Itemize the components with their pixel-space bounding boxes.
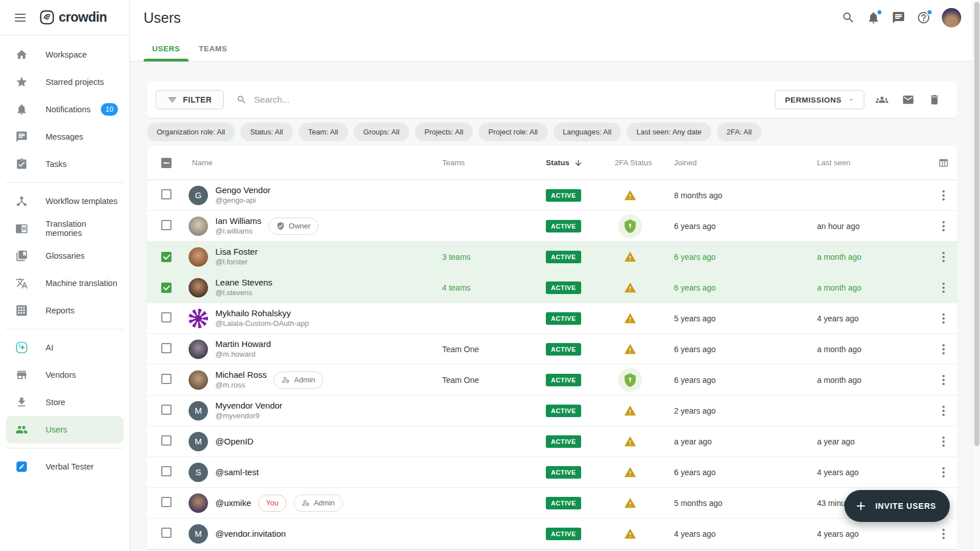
- status-badge: ACTIVE: [546, 374, 581, 386]
- page-scrollbar[interactable]: [973, 0, 980, 551]
- row-checkbox[interactable]: [161, 312, 172, 323]
- table-row[interactable]: Leane Stevens@l.stevens4 teamsACTIVE6 ye…: [147, 272, 957, 303]
- scrollbar-thumb[interactable]: [974, 2, 979, 446]
- delete-users-button[interactable]: [928, 93, 941, 106]
- sidebar-item-vendors[interactable]: Vendors: [6, 361, 124, 389]
- row-checkbox[interactable]: [161, 497, 172, 507]
- table-row[interactable]: Martin Howard@m.howardTeam OneACTIVE6 ye…: [147, 334, 957, 365]
- sidebar-item-machine-translation[interactable]: Machine translation: [6, 270, 124, 297]
- sidebar-item-notifications[interactable]: Notifications10: [6, 96, 124, 123]
- sidebar-item-users[interactable]: Users: [6, 416, 124, 443]
- column-header-joined[interactable]: Joined: [669, 158, 812, 167]
- row-checkbox[interactable]: [161, 343, 172, 353]
- sidebar-item-store[interactable]: Store: [6, 389, 124, 416]
- filter-chip-groups-all[interactable]: Groups: All: [354, 123, 410, 141]
- crowdin-logo[interactable]: crowdin: [39, 10, 107, 25]
- filter-chip-project-role-all[interactable]: Project role: All: [479, 123, 548, 141]
- filter-chip-2fa-all[interactable]: 2FA: All: [717, 123, 761, 141]
- permissions-dropdown[interactable]: PERMISSIONS: [775, 90, 864, 109]
- teams-cell[interactable]: 3 teams: [438, 252, 541, 262]
- filter-chip-team-all[interactable]: Team: All: [299, 123, 348, 141]
- avatar: [189, 370, 208, 390]
- column-settings-button[interactable]: [938, 158, 949, 168]
- row-checkbox[interactable]: [161, 220, 172, 230]
- menu-toggle-button[interactable]: [15, 14, 26, 22]
- column-header-status[interactable]: Status: [541, 158, 610, 168]
- table-row[interactable]: Lisa Foster@l.forster3 teamsACTIVE6 year…: [147, 242, 957, 272]
- chevron-down-icon: [848, 97, 854, 103]
- row-menu-button[interactable]: [939, 341, 948, 358]
- row-menu-button[interactable]: [939, 464, 948, 481]
- filter-chip-projects-all[interactable]: Projects: All: [415, 123, 473, 141]
- teams-cell[interactable]: Team One: [438, 345, 541, 354]
- row-menu-button[interactable]: [939, 402, 948, 419]
- table-row[interactable]: @uxmikeYouAdminACTIVE5 months ago43 minu…: [147, 488, 957, 519]
- tab-users[interactable]: USERS: [144, 44, 189, 61]
- user-name: Martin Howard: [215, 339, 271, 349]
- sidebar-item-reports[interactable]: Reports: [6, 297, 124, 324]
- row-menu-button[interactable]: [939, 248, 948, 266]
- row-menu-button[interactable]: [939, 218, 948, 235]
- help-icon[interactable]: [917, 11, 930, 25]
- sidebar-item-workspace[interactable]: Workspace: [6, 41, 124, 68]
- filter-chip-languages-all[interactable]: Languages: All: [553, 123, 621, 141]
- row-checkbox[interactable]: [161, 252, 172, 262]
- table-row[interactable]: Michael Ross@m.rossAdminTeam OneACTIVE6 …: [147, 365, 957, 395]
- table-row[interactable]: Ian Williams@i.williamsOwnerACTIVE6 year…: [147, 211, 957, 242]
- table-row[interactable]: M@vendor.invitationACTIVE4 years ago4 ye…: [147, 519, 957, 549]
- row-checkbox[interactable]: [161, 528, 172, 538]
- teams-cell[interactable]: 4 teams: [438, 283, 541, 292]
- messages-icon[interactable]: [892, 11, 905, 25]
- table-row[interactable]: Mykhailo Rohalskyy@Lalala-Custom-OAuth-a…: [147, 303, 957, 334]
- sidebar-item-workflow-templates[interactable]: Workflow templates: [6, 187, 124, 215]
- user-avatar[interactable]: [942, 8, 961, 27]
- row-menu-button[interactable]: [939, 372, 948, 389]
- row-checkbox[interactable]: [161, 435, 172, 446]
- sidebar-item-verbal-tester[interactable]: Verbal Tester: [6, 453, 124, 480]
- column-header-name[interactable]: Name: [181, 158, 438, 167]
- sidebar-item-glossaries[interactable]: Glossaries: [6, 242, 124, 270]
- table-row[interactable]: MMyvendor Vendor@myvendor9ACTIVE2 years …: [147, 395, 957, 426]
- row-menu-button[interactable]: [939, 310, 948, 327]
- row-menu-button[interactable]: [939, 279, 948, 296]
- add-to-team-button[interactable]: [876, 93, 888, 106]
- sidebar-item-messages[interactable]: Messages: [6, 123, 124, 150]
- avatar: M: [189, 524, 208, 544]
- sidebar-item-translation-memories[interactable]: Translation memories: [6, 215, 124, 242]
- user-cell: M@OpenID: [181, 432, 438, 451]
- row-menu-button[interactable]: [939, 187, 948, 204]
- glossary-icon: [15, 250, 28, 262]
- select-all-checkbox[interactable]: [161, 158, 172, 168]
- row-checkbox[interactable]: [161, 466, 172, 476]
- invite-users-button[interactable]: INVITE USERS: [844, 490, 950, 522]
- teams-cell[interactable]: Team One: [438, 376, 541, 385]
- column-header-lastseen[interactable]: Last seen: [812, 158, 930, 167]
- owner-shield-icon: [276, 222, 285, 230]
- filter-chip-status-all[interactable]: Status: All: [240, 123, 293, 141]
- row-checkbox[interactable]: [161, 374, 172, 384]
- status-badge: ACTIVE: [546, 281, 581, 294]
- column-header-2fa[interactable]: 2FA Status: [610, 158, 669, 167]
- row-menu-button[interactable]: [939, 525, 948, 542]
- sidebar-item-ai[interactable]: AI: [6, 334, 124, 361]
- search-input[interactable]: [253, 94, 492, 105]
- search-icon[interactable]: [842, 11, 855, 25]
- message-users-button[interactable]: [902, 93, 914, 106]
- sidebar-item-label: Machine translation: [46, 279, 117, 288]
- row-checkbox[interactable]: [161, 405, 172, 415]
- column-header-teams[interactable]: Teams: [438, 158, 541, 167]
- notifications-icon[interactable]: [867, 11, 880, 25]
- filter-chip-organization-role-all[interactable]: Organization role: All: [147, 123, 235, 141]
- filter-button[interactable]: FILTER: [156, 90, 224, 109]
- sidebar-item-starred-projects[interactable]: Starred projects: [6, 68, 124, 96]
- row-checkbox[interactable]: [161, 189, 172, 199]
- filter-chip-last-seen-any-date[interactable]: Last seen: Any date: [627, 123, 711, 141]
- row-menu-button[interactable]: [939, 433, 948, 450]
- avatar: M: [189, 432, 208, 451]
- row-checkbox[interactable]: [161, 283, 172, 293]
- table-row[interactable]: M@OpenIDACTIVEa year agoa year ago: [147, 426, 957, 457]
- sidebar-item-tasks[interactable]: Tasks: [6, 150, 124, 178]
- table-row[interactable]: GGengo Vendor@gengo-apiACTIVE8 months ag…: [147, 180, 957, 211]
- tab-teams[interactable]: TEAMS: [190, 44, 236, 61]
- table-row[interactable]: S@saml-testACTIVE6 years ago4 years ago: [147, 457, 957, 488]
